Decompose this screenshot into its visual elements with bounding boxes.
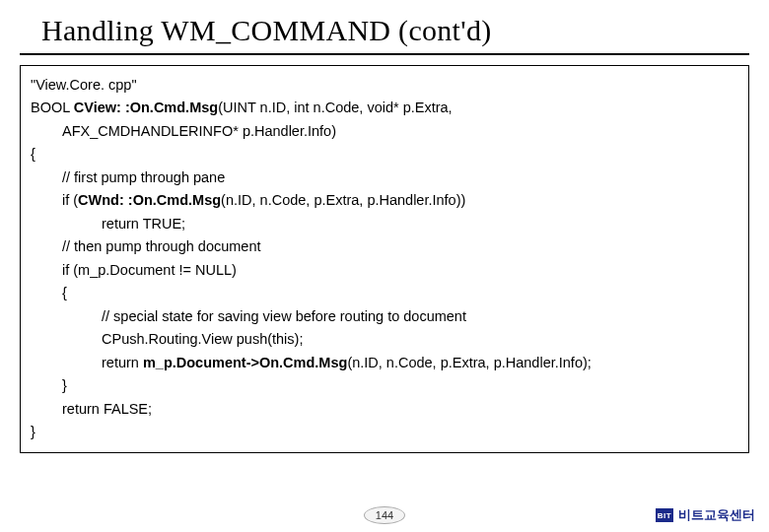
code-line: CPush.Routing.View push(this); — [31, 328, 738, 351]
code-line: return TRUE; — [31, 213, 738, 235]
code-line: return FALSE; — [31, 398, 738, 421]
brand-text: 비트교육센터 — [678, 506, 755, 524]
slide-title: Handling WM_COMMAND (cont'd) — [20, 14, 749, 53]
bit-logo-icon: BIT — [656, 508, 673, 522]
title-rule — [20, 53, 749, 55]
code-bold: CView: :On.Cmd.Msg — [74, 100, 218, 115]
code-line: // first pump through pane — [31, 166, 738, 189]
code-bold: m_p.Document->On.Cmd.Msg — [143, 355, 347, 370]
slide-page: Handling WM_COMMAND (cont'd) "View.Core.… — [0, 0, 769, 532]
code-line: BOOL CView: :On.Cmd.Msg(UINT n.ID, int n… — [31, 97, 738, 119]
page-number-wrap: 144 — [364, 506, 405, 524]
code-box: "View.Core. cpp" BOOL CView: :On.Cmd.Msg… — [20, 65, 749, 453]
code-text: BOOL — [31, 100, 74, 115]
code-text: (n.ID, n.Code, p.Extra, p.Handler.Info)) — [221, 192, 465, 208]
code-line: if (CWnd: :On.Cmd.Msg(n.ID, n.Code, p.Ex… — [31, 189, 738, 212]
code-text: (n.ID, n.Code, p.Extra, p.Handler.Info); — [347, 355, 591, 370]
code-line: if (m_p.Document != NULL) — [31, 259, 738, 282]
brand: BIT 비트교육센터 — [656, 506, 755, 524]
code-line: { — [31, 143, 738, 166]
code-bold: CWnd: :On.Cmd.Msg — [78, 192, 221, 208]
code-line: { — [31, 282, 738, 304]
slide-footer: 144 BIT 비트교육센터 — [0, 504, 769, 526]
code-line: // then pump through document — [31, 235, 738, 258]
code-line: } — [31, 421, 738, 443]
code-text: return — [102, 355, 143, 370]
code-line: AFX_CMDHANDLERINFO* p.Handler.Info) — [31, 120, 738, 143]
page-number: 144 — [364, 506, 405, 524]
code-line: } — [31, 374, 738, 397]
code-line: // special state for saving view before … — [31, 305, 738, 328]
code-text: (UINT n.ID, int n.Code, void* p.Extra, — [218, 100, 452, 115]
code-text: if ( — [62, 192, 78, 208]
code-line: "View.Core. cpp" — [31, 74, 738, 97]
code-line: return m_p.Document->On.Cmd.Msg(n.ID, n.… — [31, 352, 738, 374]
